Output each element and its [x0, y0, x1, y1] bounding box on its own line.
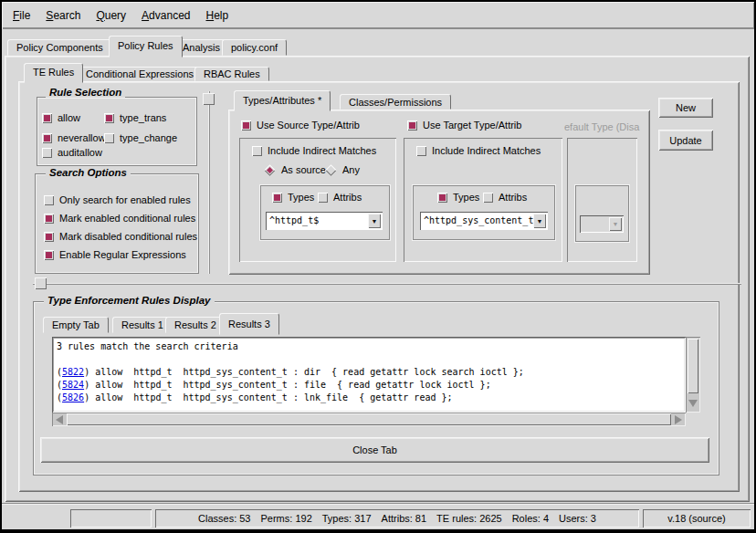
tab-te-rules[interactable]: TE Rules: [24, 63, 83, 83]
vertical-sash-handle[interactable]: [203, 93, 215, 105]
checkbox-indicator: [318, 193, 328, 203]
checkbox-indicator: [104, 133, 114, 143]
status-progress-box: [70, 509, 152, 528]
default-type-label: efault Type (Disa: [564, 121, 648, 133]
radio-any[interactable]: Any: [325, 164, 360, 176]
menu-advanced[interactable]: Advanced: [142, 9, 190, 22]
tab-label: Types/Attributes *: [243, 95, 321, 106]
tab-results-3[interactable]: Results 3: [219, 313, 279, 335]
scroll-down-arrow-icon[interactable]: [688, 397, 698, 410]
result-line: (5822) allow httpd_t httpd_sys_content_t…: [57, 366, 681, 379]
horizontal-scrollbar[interactable]: [52, 413, 686, 426]
update-button[interactable]: Update: [658, 130, 713, 151]
rule-link-5822[interactable]: 5822: [62, 367, 84, 377]
stat-perms: Perms: 192: [261, 513, 312, 525]
checkbox-auditallow[interactable]: auditallow: [42, 147, 102, 159]
target-type-combobox[interactable]: ^httpd_sys_content_t$ ▼: [420, 212, 548, 230]
tab-label: Results 1: [121, 319, 163, 330]
button-label: Update: [669, 135, 701, 146]
checkbox-label: neverallow: [58, 132, 106, 144]
checkbox-indicator: [44, 195, 54, 205]
tab-results-2[interactable]: Results 2: [165, 317, 226, 333]
radio-indicator: [264, 164, 276, 176]
checkbox-source-types[interactable]: Types: [272, 192, 314, 204]
menu-help-mnemonic: H: [205, 9, 214, 22]
tab-empty-tab[interactable]: Empty Tab: [43, 317, 109, 333]
horizontal-sash-handle[interactable]: [35, 277, 47, 289]
status-stats-box: Classes: 53 Perms: 192 Types: 317 Attrib…: [155, 509, 639, 528]
checkbox-mark-disabled-conditional[interactable]: Mark disabled conditional rules: [44, 231, 197, 243]
checkbox-target-types[interactable]: Types: [437, 192, 479, 204]
vertical-pane-sash[interactable]: [208, 91, 210, 274]
checkbox-neverallow[interactable]: neverallow: [42, 132, 106, 144]
checkbox-indicator: [272, 193, 282, 203]
checkbox-target-attribs[interactable]: Attribs: [483, 192, 527, 204]
source-type-combobox[interactable]: ^httpd_t$ ▼: [266, 212, 383, 230]
checkbox-indicator: [42, 148, 52, 158]
checkbox-indicator: [44, 250, 54, 260]
menu-query[interactable]: Query: [96, 9, 126, 22]
rule-link-5826[interactable]: 5826: [62, 392, 84, 402]
checkbox-allow[interactable]: allow: [42, 112, 80, 124]
rule-link-5824[interactable]: 5824: [62, 380, 84, 390]
checkbox-indicator: [252, 146, 262, 156]
status-version-box: v.18 (source): [643, 509, 751, 528]
tab-label: Results 2: [174, 319, 216, 330]
checkbox-use-target-type[interactable]: Use Target Type/Attrib: [407, 120, 521, 131]
tab-label: Results 3: [228, 319, 270, 329]
new-button[interactable]: New: [658, 98, 713, 118]
default-type-value: [580, 215, 609, 233]
vertical-scrollbar-thumb[interactable]: [688, 339, 698, 393]
menu-advanced-rest: dvanced: [149, 9, 190, 22]
checkbox-label: Include Indirect Matches: [268, 145, 376, 157]
results-text-area[interactable]: 3 rules match the search criteria (5822)…: [52, 337, 686, 413]
te-display-title: Type Enforcement Rules Display: [44, 295, 215, 306]
checkbox-indicator: [44, 232, 54, 242]
dropdown-arrow-icon: ▼: [609, 217, 622, 231]
menu-advanced-mnemonic: A: [142, 9, 149, 22]
scroll-right-arrow-icon[interactable]: [672, 413, 684, 425]
checkbox-use-source-type[interactable]: Use Source Type/Attrib: [241, 120, 360, 131]
checkbox-type-trans[interactable]: type_trans: [104, 112, 166, 124]
tab-results-1[interactable]: Results 1: [112, 317, 173, 333]
button-label: Close Tab: [352, 444, 397, 455]
target-type-value: ^httpd_sys_content_t$: [420, 212, 533, 230]
radio-as-source[interactable]: As source: [264, 164, 326, 176]
tab-conditional-expressions[interactable]: Conditional Expressions: [77, 67, 203, 81]
checkbox-type-change[interactable]: type_change: [104, 132, 177, 144]
checkbox-mark-enabled-conditional[interactable]: Mark enabled conditional rules: [44, 213, 195, 225]
rule-text: allow httpd_t httpd_sys_content_t : file…: [95, 380, 490, 390]
tab-label: RBAC Rules: [204, 68, 260, 79]
rule-text: allow httpd_t httpd_sys_content_t : dir …: [95, 367, 524, 377]
checkbox-source-attribs[interactable]: Attribs: [318, 192, 362, 204]
checkbox-enable-regex[interactable]: Enable Regular Expressions: [44, 249, 186, 261]
stat-classes: Classes: 53: [198, 513, 250, 525]
menu-file[interactable]: File: [13, 9, 30, 22]
checkbox-only-enabled-rules[interactable]: Only search for enabled rules: [44, 194, 191, 206]
checkbox-target-indirect[interactable]: Include Indirect Matches: [416, 145, 541, 157]
menu-help[interactable]: Help: [205, 9, 228, 22]
dropdown-arrow-icon[interactable]: ▼: [533, 214, 546, 228]
tab-policy-rules[interactable]: Policy Rules: [109, 36, 183, 57]
horizontal-scrollbar-thumb[interactable]: [67, 413, 671, 425]
menu-search[interactable]: Search: [46, 9, 80, 22]
scroll-left-arrow-icon[interactable]: [54, 413, 66, 425]
close-tab-button[interactable]: Close Tab: [40, 437, 709, 463]
tab-label: Analysis: [183, 42, 220, 53]
stat-users: Users: 3: [559, 513, 596, 525]
tab-classes-permissions[interactable]: Classes/Permissions: [340, 94, 451, 110]
horizontal-pane-sash[interactable]: [33, 283, 741, 285]
tab-policy-conf[interactable]: policy.conf: [222, 39, 287, 56]
stat-roles: Roles: 4: [512, 513, 549, 525]
checkbox-indicator: [42, 113, 52, 123]
checkbox-label: type_trans: [120, 112, 166, 124]
tab-label: Policy Rules: [118, 40, 173, 51]
tab-types-attributes[interactable]: Types/Attributes *: [234, 90, 331, 111]
button-label: New: [676, 102, 696, 113]
dropdown-arrow-icon[interactable]: ▼: [368, 214, 381, 228]
vertical-scrollbar[interactable]: [686, 337, 700, 413]
default-type-box: [574, 184, 630, 243]
tab-rbac-rules[interactable]: RBAC Rules: [194, 67, 269, 81]
checkbox-source-indirect[interactable]: Include Indirect Matches: [252, 145, 376, 157]
tab-policy-components[interactable]: Policy Components: [7, 39, 112, 56]
